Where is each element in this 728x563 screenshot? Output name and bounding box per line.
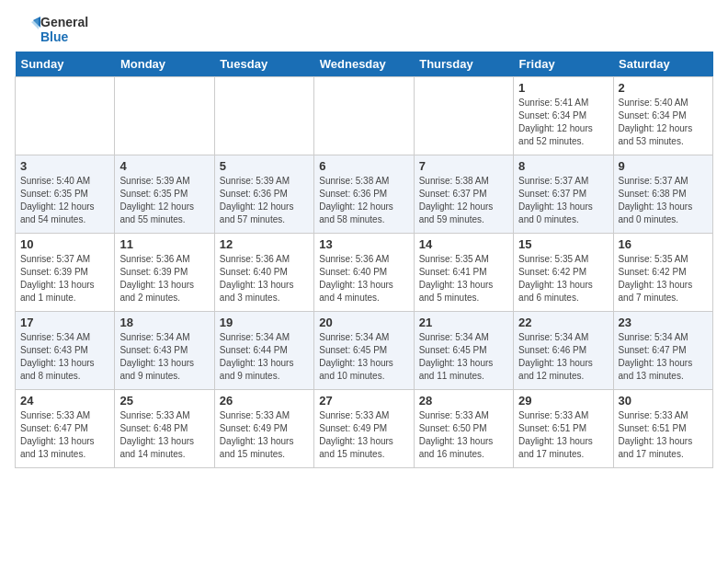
logo-bird-icon [15, 17, 40, 42]
day-number: 29 [518, 394, 608, 408]
day-number: 2 [619, 81, 708, 95]
day-info: Sunrise: 5:34 AMSunset: 6:45 PMDaylight:… [419, 331, 508, 383]
calendar-week-3: 17Sunrise: 5:34 AMSunset: 6:43 PMDayligh… [16, 312, 713, 390]
day-info: Sunrise: 5:36 AMSunset: 6:40 PMDaylight:… [220, 253, 309, 304]
day-number: 19 [220, 316, 309, 329]
calendar-cell: 6Sunrise: 5:38 AMSunset: 6:36 PMDaylight… [314, 155, 414, 234]
calendar-cell: 18Sunrise: 5:34 AMSunset: 6:43 PMDayligh… [115, 312, 214, 390]
day-number: 25 [119, 394, 209, 408]
day-info: Sunrise: 5:34 AMSunset: 6:43 PMDaylight:… [119, 331, 209, 383]
calendar-cell [214, 77, 313, 155]
day-number: 5 [220, 159, 309, 173]
calendar-cell: 17Sunrise: 5:34 AMSunset: 6:43 PMDayligh… [16, 312, 115, 390]
weekday-header-monday: Monday [115, 52, 214, 77]
calendar-cell [16, 77, 115, 155]
calendar-cell: 20Sunrise: 5:34 AMSunset: 6:45 PMDayligh… [314, 312, 414, 390]
day-number: 4 [119, 159, 209, 173]
calendar-cell: 1Sunrise: 5:41 AMSunset: 6:34 PMDaylight… [514, 77, 613, 155]
calendar-cell: 28Sunrise: 5:33 AMSunset: 6:50 PMDayligh… [414, 390, 513, 468]
calendar-cell: 27Sunrise: 5:33 AMSunset: 6:49 PMDayligh… [314, 390, 414, 468]
calendar-cell [115, 77, 214, 155]
day-number: 27 [319, 394, 408, 408]
day-number: 14 [419, 237, 508, 251]
weekday-header-friday: Friday [514, 52, 613, 77]
day-info: Sunrise: 5:36 AMSunset: 6:39 PMDaylight:… [119, 253, 209, 304]
calendar-cell: 10Sunrise: 5:37 AMSunset: 6:39 PMDayligh… [16, 234, 115, 312]
day-number: 11 [119, 237, 209, 251]
day-number: 7 [419, 159, 508, 173]
calendar-cell: 24Sunrise: 5:33 AMSunset: 6:47 PMDayligh… [16, 390, 115, 468]
day-info: Sunrise: 5:39 AMSunset: 6:35 PMDaylight:… [119, 175, 209, 226]
day-number: 8 [518, 159, 608, 173]
day-number: 26 [220, 394, 309, 408]
calendar-cell: 8Sunrise: 5:37 AMSunset: 6:37 PMDaylight… [514, 155, 613, 234]
day-number: 30 [619, 394, 708, 408]
day-number: 24 [20, 394, 109, 408]
calendar-cell: 23Sunrise: 5:34 AMSunset: 6:47 PMDayligh… [613, 312, 712, 390]
logo-general: General [40, 15, 88, 29]
day-info: Sunrise: 5:41 AMSunset: 6:34 PMDaylight:… [518, 97, 608, 148]
calendar-cell: 11Sunrise: 5:36 AMSunset: 6:39 PMDayligh… [115, 234, 214, 312]
day-number: 28 [419, 394, 508, 408]
weekday-header-thursday: Thursday [414, 52, 513, 77]
day-info: Sunrise: 5:34 AMSunset: 6:44 PMDaylight:… [220, 331, 309, 383]
calendar-cell: 29Sunrise: 5:33 AMSunset: 6:51 PMDayligh… [514, 390, 613, 468]
day-number: 3 [20, 159, 109, 173]
day-number: 12 [220, 237, 309, 251]
day-number: 16 [619, 237, 708, 251]
day-info: Sunrise: 5:34 AMSunset: 6:45 PMDaylight:… [319, 331, 408, 383]
day-info: Sunrise: 5:34 AMSunset: 6:46 PMDaylight:… [518, 331, 608, 383]
logo: General Blue [15, 15, 88, 44]
day-info: Sunrise: 5:33 AMSunset: 6:47 PMDaylight:… [20, 409, 109, 461]
day-info: Sunrise: 5:35 AMSunset: 6:42 PMDaylight:… [518, 253, 608, 304]
day-info: Sunrise: 5:33 AMSunset: 6:49 PMDaylight:… [319, 409, 408, 461]
calendar-cell: 26Sunrise: 5:33 AMSunset: 6:49 PMDayligh… [214, 390, 313, 468]
day-info: Sunrise: 5:36 AMSunset: 6:40 PMDaylight:… [319, 253, 408, 304]
day-info: Sunrise: 5:34 AMSunset: 6:43 PMDaylight:… [20, 331, 109, 383]
day-number: 20 [319, 316, 408, 329]
day-number: 23 [619, 316, 708, 329]
calendar-cell: 22Sunrise: 5:34 AMSunset: 6:46 PMDayligh… [514, 312, 613, 390]
day-info: Sunrise: 5:35 AMSunset: 6:42 PMDaylight:… [619, 253, 708, 304]
day-info: Sunrise: 5:37 AMSunset: 6:37 PMDaylight:… [518, 175, 608, 226]
day-number: 10 [20, 237, 109, 251]
logo-blue: Blue [40, 29, 88, 44]
calendar-cell: 4Sunrise: 5:39 AMSunset: 6:35 PMDaylight… [115, 155, 214, 234]
day-info: Sunrise: 5:33 AMSunset: 6:48 PMDaylight:… [119, 409, 209, 461]
calendar-cell: 5Sunrise: 5:39 AMSunset: 6:36 PMDaylight… [214, 155, 313, 234]
day-number: 21 [419, 316, 508, 329]
day-info: Sunrise: 5:33 AMSunset: 6:50 PMDaylight:… [419, 409, 508, 461]
calendar-cell: 30Sunrise: 5:33 AMSunset: 6:51 PMDayligh… [613, 390, 712, 468]
calendar-week-2: 10Sunrise: 5:37 AMSunset: 6:39 PMDayligh… [16, 234, 713, 312]
calendar-cell: 19Sunrise: 5:34 AMSunset: 6:44 PMDayligh… [214, 312, 313, 390]
day-number: 22 [518, 316, 608, 329]
day-number: 9 [619, 159, 708, 173]
day-info: Sunrise: 5:40 AMSunset: 6:35 PMDaylight:… [20, 175, 109, 226]
calendar-cell: 25Sunrise: 5:33 AMSunset: 6:48 PMDayligh… [115, 390, 214, 468]
day-info: Sunrise: 5:35 AMSunset: 6:41 PMDaylight:… [419, 253, 508, 304]
day-number: 15 [518, 237, 608, 251]
day-number: 18 [119, 316, 209, 329]
calendar-cell: 7Sunrise: 5:38 AMSunset: 6:37 PMDaylight… [414, 155, 513, 234]
calendar-table: SundayMondayTuesdayWednesdayThursdayFrid… [15, 52, 713, 468]
day-info: Sunrise: 5:37 AMSunset: 6:39 PMDaylight:… [20, 253, 109, 304]
day-info: Sunrise: 5:33 AMSunset: 6:49 PMDaylight:… [220, 409, 309, 461]
calendar-header-row: SundayMondayTuesdayWednesdayThursdayFrid… [16, 52, 713, 77]
day-info: Sunrise: 5:33 AMSunset: 6:51 PMDaylight:… [518, 409, 608, 461]
day-number: 13 [319, 237, 408, 251]
day-info: Sunrise: 5:34 AMSunset: 6:47 PMDaylight:… [619, 331, 708, 383]
day-number: 6 [319, 159, 408, 173]
day-info: Sunrise: 5:40 AMSunset: 6:34 PMDaylight:… [619, 97, 708, 148]
day-info: Sunrise: 5:37 AMSunset: 6:38 PMDaylight:… [619, 175, 708, 226]
day-number: 17 [20, 316, 109, 329]
calendar-week-0: 1Sunrise: 5:41 AMSunset: 6:34 PMDaylight… [16, 77, 713, 155]
calendar-cell [314, 77, 414, 155]
calendar-cell: 2Sunrise: 5:40 AMSunset: 6:34 PMDaylight… [613, 77, 712, 155]
calendar-cell: 15Sunrise: 5:35 AMSunset: 6:42 PMDayligh… [514, 234, 613, 312]
calendar-cell: 14Sunrise: 5:35 AMSunset: 6:41 PMDayligh… [414, 234, 513, 312]
calendar-cell: 16Sunrise: 5:35 AMSunset: 6:42 PMDayligh… [613, 234, 712, 312]
weekday-header-wednesday: Wednesday [314, 52, 414, 77]
day-number: 1 [518, 81, 608, 95]
calendar-cell: 12Sunrise: 5:36 AMSunset: 6:40 PMDayligh… [214, 234, 313, 312]
day-info: Sunrise: 5:33 AMSunset: 6:51 PMDaylight:… [619, 409, 708, 461]
